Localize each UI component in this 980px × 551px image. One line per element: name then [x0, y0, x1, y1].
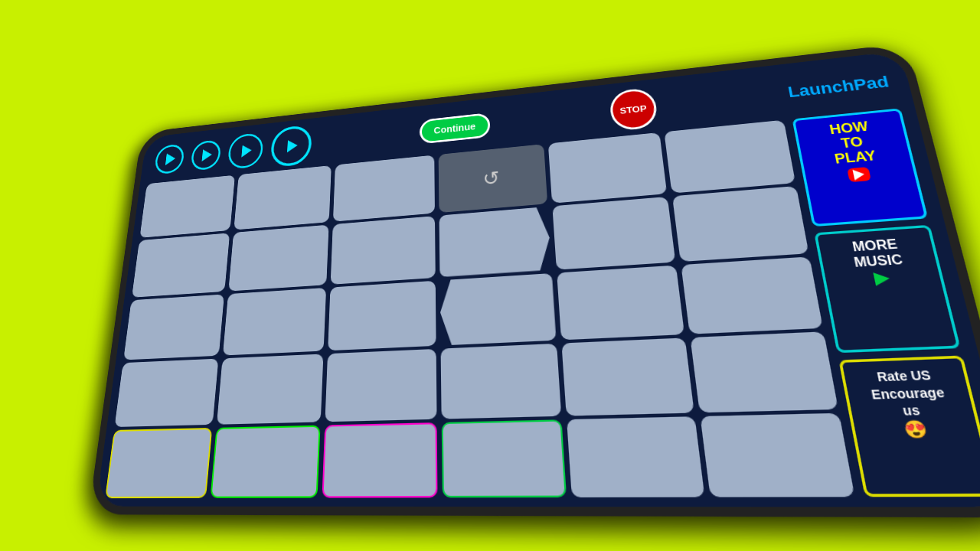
app-title: LaunchPad: [786, 73, 890, 102]
pad-3-5[interactable]: [691, 332, 838, 413]
how-to-play-title: HOW TO PLAY: [803, 117, 904, 169]
phone: Continue STOP LaunchPad ↺: [88, 43, 980, 517]
pad-0-0[interactable]: [139, 175, 234, 238]
rate-us-button[interactable]: Rate US Encourage us 😍: [838, 356, 980, 497]
pad-2-0[interactable]: [123, 294, 224, 360]
pad-2-5[interactable]: [681, 256, 823, 334]
pad-0-5[interactable]: [665, 120, 795, 194]
pad-2-4[interactable]: [557, 265, 685, 341]
play-triangle-1: [165, 152, 176, 165]
pad-section: ↺: [105, 120, 854, 498]
play-triangle-4: [287, 139, 298, 152]
continue-button[interactable]: Continue: [420, 112, 491, 145]
play-triangle-2: [201, 148, 212, 161]
more-music-title: MORE MUSIC: [825, 234, 929, 272]
rate-us-emoji: 😍: [861, 418, 972, 441]
stop-button[interactable]: STOP: [609, 87, 658, 132]
play-button-2[interactable]: [190, 139, 221, 171]
more-music-button[interactable]: MORE MUSIC: [814, 224, 961, 353]
pad-1-3[interactable]: [439, 207, 552, 277]
volume-down-button[interactable]: [933, 157, 952, 186]
pad-1-5[interactable]: [672, 186, 808, 262]
pad-4-3[interactable]: [442, 419, 567, 497]
pad-4-0[interactable]: [105, 428, 212, 498]
google-play-icon: [873, 272, 891, 286]
power-button[interactable]: [944, 196, 963, 226]
rate-us-title: Rate US Encourage us: [851, 367, 967, 420]
yt-play-triangle: [853, 169, 866, 181]
pad-2-3[interactable]: [440, 273, 557, 346]
play-triangle-3: [241, 144, 252, 157]
undo-icon: ↺: [482, 167, 500, 191]
pad-4-4[interactable]: [567, 416, 705, 497]
pad-3-2[interactable]: [325, 349, 437, 422]
pad-0-2[interactable]: [333, 155, 435, 222]
pad-1-4[interactable]: [552, 197, 676, 270]
pad-undo[interactable]: ↺: [439, 144, 547, 213]
pad-0-1[interactable]: [234, 165, 332, 230]
youtube-icon: [847, 167, 871, 182]
pad-3-0[interactable]: [115, 359, 219, 427]
app-title-white: Launch: [786, 77, 856, 101]
volume-up-button[interactable]: [924, 119, 942, 147]
play-button-1[interactable]: [154, 143, 185, 174]
play-button-4[interactable]: [270, 124, 312, 168]
app-title-blue: Pad: [851, 73, 890, 94]
pad-3-4[interactable]: [561, 338, 694, 416]
pad-2-1[interactable]: [223, 288, 327, 356]
play-button-3[interactable]: [227, 132, 264, 170]
pad-4-1[interactable]: [210, 425, 321, 498]
pad-1-0[interactable]: [132, 233, 230, 297]
phone-container: Continue STOP LaunchPad ↺: [38, 38, 942, 513]
screen: Continue STOP LaunchPad ↺: [96, 51, 980, 507]
pad-3-3[interactable]: [441, 344, 561, 419]
pad-row-4: [105, 413, 854, 498]
pad-1-1[interactable]: [228, 224, 329, 291]
pad-2-2[interactable]: [328, 280, 436, 350]
pad-1-2[interactable]: [331, 216, 436, 285]
pad-3-1[interactable]: [217, 354, 324, 425]
pad-0-4[interactable]: [548, 132, 668, 204]
pad-4-2[interactable]: [322, 422, 438, 497]
pad-4-5[interactable]: [701, 413, 855, 497]
how-to-play-button[interactable]: HOW TO PLAY: [792, 108, 928, 227]
